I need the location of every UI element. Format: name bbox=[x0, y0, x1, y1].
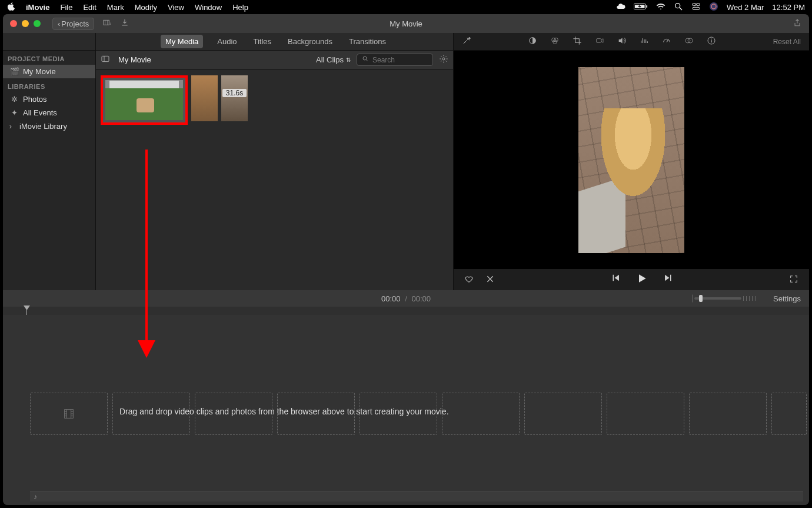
svg-rect-10 bbox=[104, 20, 109, 25]
filter-label: All Clips bbox=[316, 55, 344, 64]
timeline-slot[interactable] bbox=[689, 393, 767, 435]
timecode-total: 00:00 bbox=[411, 294, 431, 303]
spotlight-icon[interactable] bbox=[674, 2, 683, 13]
window-titlebar: ‹ Projects ♪ My Movie bbox=[3, 14, 809, 33]
noise-equalizer-icon[interactable] bbox=[640, 36, 649, 47]
timeline-slot[interactable] bbox=[607, 393, 684, 435]
color-balance-icon[interactable] bbox=[528, 36, 537, 47]
share-button[interactable] bbox=[793, 18, 802, 29]
svg-line-22 bbox=[667, 40, 668, 42]
tab-audio[interactable]: Audio bbox=[215, 35, 239, 48]
color-correction-icon[interactable] bbox=[550, 36, 560, 47]
sidebar-item-imovie-library[interactable]: › iMovie Library bbox=[3, 119, 95, 133]
chevron-left-icon: ‹ bbox=[58, 19, 60, 28]
tab-my-media[interactable]: My Media bbox=[161, 35, 203, 48]
prev-frame-button[interactable] bbox=[610, 273, 621, 287]
back-to-projects-button[interactable]: ‹ Projects bbox=[52, 18, 94, 30]
search-field[interactable] bbox=[357, 54, 433, 66]
menu-edit[interactable]: Edit bbox=[83, 3, 96, 12]
svg-point-8 bbox=[710, 2, 718, 11]
timeline-slot[interactable] bbox=[524, 393, 602, 435]
enhance-wand-icon[interactable] bbox=[462, 36, 471, 47]
timeline[interactable]: Drag and drop video clips and photos fro… bbox=[3, 307, 809, 505]
sidebar-item-my-movie[interactable]: 🎬 My Movie bbox=[3, 65, 95, 78]
menu-file[interactable]: File bbox=[60, 3, 72, 12]
back-label: Projects bbox=[61, 19, 89, 28]
creative-cloud-icon[interactable] bbox=[616, 2, 625, 13]
window-title: My Movie bbox=[390, 19, 422, 28]
timeline-ruler[interactable] bbox=[3, 307, 809, 315]
battery-icon[interactable] bbox=[634, 3, 648, 12]
clip-thumbnail-3[interactable]: 31.6s bbox=[221, 75, 248, 121]
timeline-audio-track[interactable]: ♪ bbox=[30, 491, 803, 502]
import-download-icon[interactable] bbox=[120, 18, 129, 29]
browser-settings-icon[interactable] bbox=[439, 54, 448, 65]
crop-icon[interactable] bbox=[573, 36, 582, 47]
menu-help[interactable]: Help bbox=[232, 3, 248, 12]
browser-tabs: My Media Audio Titles Backgrounds Transi… bbox=[96, 33, 453, 51]
clip-thumbnail-1[interactable] bbox=[101, 75, 188, 125]
clip-filter-dropdown[interactable]: All Clips ⇅ bbox=[316, 55, 351, 64]
timecode-current: 00:00 bbox=[381, 294, 401, 303]
app-name[interactable]: iMovie bbox=[26, 3, 49, 12]
reset-all-button[interactable]: Reset All bbox=[773, 38, 801, 46]
chevron-right-icon: › bbox=[6, 122, 15, 131]
menubar-time[interactable]: 12:52 PM bbox=[772, 3, 805, 12]
clip-duration-label: 31.6s bbox=[222, 89, 247, 97]
menu-view[interactable]: View bbox=[168, 3, 184, 12]
menu-mark[interactable]: Mark bbox=[107, 3, 124, 12]
search-input[interactable] bbox=[372, 56, 425, 64]
volume-icon[interactable] bbox=[617, 36, 627, 47]
clip-thumbnail-2[interactable] bbox=[191, 75, 218, 121]
sidebar-item-label: iMovie Library bbox=[19, 122, 67, 131]
svg-point-3 bbox=[675, 3, 680, 8]
siri-icon[interactable] bbox=[709, 2, 718, 13]
media-import-icon[interactable]: ♪ bbox=[102, 18, 112, 29]
svg-point-14 bbox=[363, 57, 367, 60]
playhead[interactable] bbox=[26, 307, 27, 315]
stabilization-icon[interactable] bbox=[595, 36, 604, 47]
timeline-slot[interactable] bbox=[771, 393, 807, 435]
clip-grid: 31.6s bbox=[96, 69, 453, 290]
favorite-heart-icon[interactable] bbox=[464, 274, 474, 285]
timeline-slot[interactable] bbox=[30, 393, 108, 435]
wifi-icon[interactable] bbox=[656, 2, 665, 13]
speed-icon[interactable] bbox=[662, 36, 671, 47]
info-icon[interactable] bbox=[707, 36, 716, 47]
browser-title: My Movie bbox=[118, 55, 151, 64]
window-close-button[interactable] bbox=[10, 20, 17, 27]
svg-rect-2 bbox=[646, 5, 647, 8]
imovie-window: ‹ Projects ♪ My Movie PROJECT MEDIA 🎬 My… bbox=[3, 14, 809, 505]
menubar-date[interactable]: Wed 2 Mar bbox=[727, 3, 764, 12]
menu-window[interactable]: Window bbox=[195, 3, 222, 12]
sidebar-toggle-icon[interactable] bbox=[101, 54, 110, 65]
play-button[interactable] bbox=[636, 273, 648, 287]
media-browser: My Media Audio Titles Backgrounds Transi… bbox=[96, 33, 454, 290]
sidebar-item-all-events[interactable]: ✦ All Events bbox=[3, 106, 95, 119]
sidebar-item-label: My Movie bbox=[23, 67, 56, 76]
svg-rect-5 bbox=[693, 3, 695, 5]
star-icon: ✦ bbox=[10, 108, 18, 117]
tab-backgrounds[interactable]: Backgrounds bbox=[285, 35, 335, 48]
preview-canvas[interactable] bbox=[454, 51, 809, 269]
svg-point-27 bbox=[711, 39, 713, 40]
next-frame-button[interactable] bbox=[663, 273, 674, 287]
fullscreen-icon[interactable] bbox=[789, 274, 798, 285]
window-minimize-button[interactable] bbox=[22, 20, 29, 27]
menu-modify[interactable]: Modify bbox=[135, 3, 157, 12]
window-zoom-button[interactable] bbox=[34, 20, 41, 27]
tab-titles[interactable]: Titles bbox=[251, 35, 274, 48]
timeline-zoom-slider[interactable]: ⎹ bbox=[686, 294, 756, 303]
search-icon bbox=[362, 55, 369, 64]
timeline-settings-button[interactable]: Settings bbox=[773, 294, 801, 303]
control-center-icon[interactable] bbox=[691, 2, 701, 13]
tab-transitions[interactable]: Transitions bbox=[347, 35, 388, 48]
reject-x-icon[interactable] bbox=[485, 274, 495, 285]
sidebar-item-photos[interactable]: ✲ Photos bbox=[3, 92, 95, 106]
sidebar-item-label: Photos bbox=[23, 95, 46, 104]
timeline-slot[interactable] bbox=[442, 393, 520, 435]
apple-menu-icon[interactable] bbox=[7, 2, 15, 12]
timeline-drop-hint: Drag and drop video clips and photos fro… bbox=[119, 407, 449, 416]
clip-filter-icon[interactable] bbox=[684, 36, 694, 47]
svg-point-16 bbox=[442, 58, 445, 60]
